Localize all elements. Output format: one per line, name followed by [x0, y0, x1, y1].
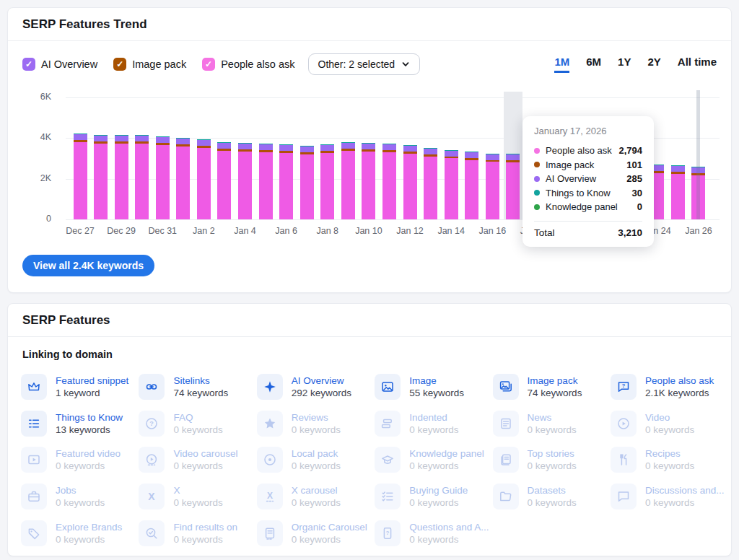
- feature-title: Things to Know: [56, 411, 123, 424]
- feature-item-featured-snippet[interactable]: Featured snippet1 keyword: [21, 374, 136, 403]
- chart-bar-jan-16[interactable]: [486, 154, 499, 219]
- features-card-title: SERP Features: [22, 313, 110, 328]
- questions-and-answers-icon: ?: [375, 520, 401, 546]
- feature-item-recipes[interactable]: Recipes0 keywords: [611, 447, 726, 476]
- feature-item-top-stories[interactable]: Top stories0 keywords: [493, 447, 608, 476]
- chart-bar-dec-27[interactable]: [74, 134, 87, 219]
- chart-bar-jan-13[interactable]: [424, 148, 437, 219]
- chart-bar-jan-4[interactable]: [238, 143, 252, 219]
- chart-bar-jan-15[interactable]: [465, 152, 478, 219]
- feature-keyword-count: 0 keywords: [409, 424, 458, 436]
- feature-item-featured-video[interactable]: Featured video0 keywords: [21, 447, 136, 476]
- bar-segment-ai-overview: [506, 154, 520, 160]
- feature-item-reviews[interactable]: Reviews0 keywords: [257, 411, 372, 439]
- feature-item-local-pack[interactable]: Local pack0 keywords: [257, 447, 372, 476]
- tooltip-row-label: Image pack: [546, 159, 621, 170]
- feature-item-people-also-ask[interactable]: ?People also ask2.1K keywords: [611, 374, 726, 403]
- feature-item-ai-overview[interactable]: AI Overview292 keywords: [257, 374, 372, 403]
- feature-item-questions-and-a[interactable]: ?Questions and A...0 keywords: [375, 520, 490, 549]
- chart-bar-jan-9[interactable]: [341, 142, 355, 219]
- feature-title: Find results on: [173, 521, 237, 533]
- view-all-keywords-button[interactable]: View all 2.4K keywords: [22, 255, 154, 276]
- tooltip-row-value: 101: [626, 159, 642, 170]
- feature-item-x[interactable]: XX0 keywords: [139, 484, 254, 512]
- chart-bar-jan-6[interactable]: [279, 144, 293, 219]
- trend-card-title: SERP Features Trend: [22, 17, 147, 32]
- chart-bar-dec-28[interactable]: [94, 135, 108, 219]
- feature-keyword-count: 0 keywords: [645, 496, 725, 509]
- chart-bar-jan-7[interactable]: [300, 146, 314, 219]
- filter-checkbox-image-pack[interactable]: ✓Image pack: [113, 58, 186, 71]
- feature-item-sitelinks[interactable]: Sitelinks74 keywords: [139, 374, 254, 403]
- feature-item-knowledge-panel[interactable]: Knowledge panel0 keywords: [375, 447, 490, 476]
- chart-bar-dec-29[interactable]: [115, 135, 128, 219]
- filter-label: People also ask: [221, 58, 294, 70]
- feature-item-faq[interactable]: ?FAQ0 keywords: [139, 411, 254, 439]
- chart-bar-jan-1[interactable]: [176, 138, 190, 219]
- feature-item-explore-brands[interactable]: Explore Brands0 keywords: [21, 520, 136, 549]
- tooltip-row-value: 2,794: [618, 145, 642, 156]
- chart-bar-jan-2[interactable]: [197, 139, 211, 219]
- chart-bar-jan-25[interactable]: [671, 165, 685, 219]
- svg-text:?: ?: [150, 420, 154, 427]
- serp-features-card: SERP Features Linking to domain Featured…: [7, 303, 732, 556]
- checkbox-checked-icon[interactable]: ✓: [22, 58, 35, 71]
- feature-item-jobs[interactable]: Jobs0 keywords: [21, 484, 136, 512]
- chart-bar-jan-12[interactable]: [403, 145, 417, 219]
- feature-item-image[interactable]: Image55 keywords: [375, 374, 490, 403]
- feature-keyword-count: 0 keywords: [409, 460, 484, 472]
- feature-keyword-count: 0 keywords: [528, 460, 577, 472]
- feature-item-discussions-and[interactable]: Discussions and...0 keywords: [611, 484, 726, 512]
- bar-segment-people-also-ask: [465, 160, 478, 219]
- filter-checkbox-ai-overview[interactable]: ✓AI Overview: [22, 58, 97, 71]
- local-pack-icon: [257, 447, 283, 473]
- feature-item-indented[interactable]: Indented0 keywords: [375, 411, 490, 439]
- feature-title: Organic Carousel: [292, 521, 367, 533]
- chart-bar-jan-14[interactable]: [445, 150, 458, 219]
- chart-crosshair-line: [696, 90, 700, 219]
- chart-bar-jan-10[interactable]: [362, 143, 375, 219]
- tooltip-divider: [534, 221, 642, 222]
- checkbox-checked-icon[interactable]: ✓: [113, 58, 126, 71]
- feature-item-x-carousel[interactable]: XX carousel0 keywords: [257, 484, 372, 512]
- gridline-6K: [66, 97, 720, 98]
- time-range-tab-1m[interactable]: 1M: [554, 56, 569, 73]
- time-range-tab-1y[interactable]: 1Y: [618, 56, 631, 73]
- bar-segment-people-also-ask: [238, 152, 252, 219]
- chart-bar-jan-11[interactable]: [382, 144, 396, 219]
- feature-keyword-count: 0 keywords: [409, 496, 468, 509]
- other-filter-dropdown[interactable]: Other: 2 selected: [308, 53, 421, 75]
- feature-keyword-count: 0 keywords: [56, 496, 105, 509]
- time-range-tab-all-time[interactable]: All time: [678, 56, 717, 73]
- chart-bar-dec-31[interactable]: [156, 136, 170, 219]
- feature-item-image-pack[interactable]: Image pack74 keywords: [493, 374, 608, 403]
- things-to-know-icon: [21, 411, 47, 437]
- datasets-icon: [493, 484, 519, 509]
- feature-item-datasets[interactable]: Datasets0 keywords: [493, 484, 608, 512]
- feature-keyword-count: 0 keywords: [173, 460, 237, 472]
- feature-item-video-carousel[interactable]: Video carousel0 keywords: [139, 447, 254, 476]
- chart-bar-jan-8[interactable]: [320, 144, 334, 219]
- checkbox-checked-icon[interactable]: ✓: [202, 58, 215, 71]
- tooltip-row-image-pack: Image pack101: [534, 158, 642, 172]
- chart-bar-jan-5[interactable]: [259, 144, 273, 219]
- bar-segment-people-also-ask: [197, 148, 211, 219]
- feature-item-video[interactable]: Video0 keywords: [611, 411, 726, 439]
- feature-keyword-count: 0 keywords: [528, 496, 577, 509]
- bar-segment-ai-overview: [279, 145, 293, 151]
- feature-keyword-count: 0 keywords: [528, 424, 577, 436]
- chart-bar-jan-17[interactable]: [506, 154, 520, 219]
- feature-item-things-to-know[interactable]: Things to Know13 keywords: [21, 411, 136, 439]
- chevron-down-icon: [401, 60, 410, 69]
- filter-checkbox-people-also-ask[interactable]: ✓People also ask: [202, 58, 294, 71]
- feature-item-buying-guide[interactable]: Buying Guide0 keywords: [375, 484, 490, 512]
- feature-item-find-results-on[interactable]: Find results on0 keywords: [139, 520, 254, 549]
- find-results-on-icon: [139, 520, 165, 546]
- chart-bar-dec-30[interactable]: [135, 135, 149, 219]
- time-range-tab-6m[interactable]: 6M: [586, 56, 601, 73]
- time-range-tab-2y[interactable]: 2Y: [647, 56, 660, 73]
- chart-bar-jan-3[interactable]: [217, 142, 231, 219]
- feature-item-news[interactable]: News0 keywords: [493, 411, 608, 439]
- bar-segment-ai-overview: [156, 137, 170, 143]
- feature-item-organic-carousel[interactable]: Organic Carousel0 keywords: [257, 520, 372, 549]
